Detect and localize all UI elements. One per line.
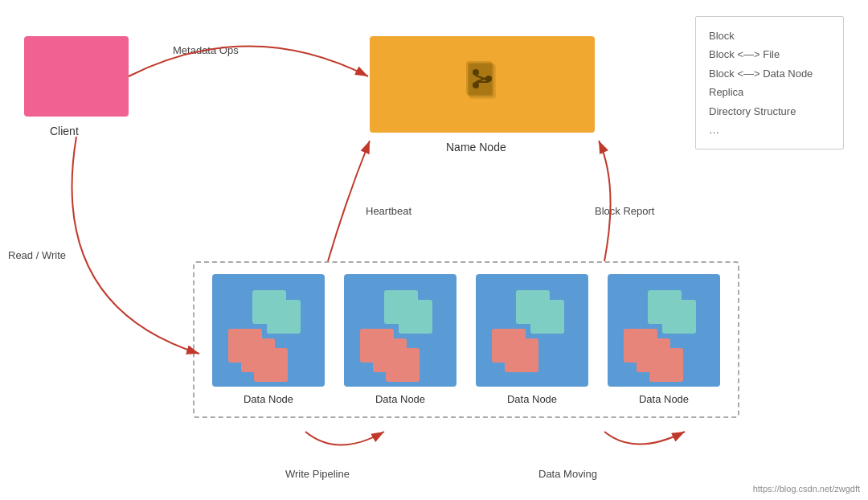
datanodes-container: Data Node Data Node Data Node — [193, 261, 739, 418]
datanode-wrapper-3: Data Node — [476, 274, 588, 405]
client-box — [24, 36, 129, 117]
data-moving-label: Data Moving — [538, 468, 597, 480]
datanode-box-3 — [476, 274, 588, 387]
legend-item-directory: Directory Structure — [709, 102, 830, 121]
legend-item-block-file: Block <—> File — [709, 45, 830, 64]
block-report-label: Block Report — [595, 205, 654, 217]
block-green — [399, 300, 432, 334]
blocks-group-4 — [624, 290, 704, 371]
legend-item-replica: Replica — [709, 83, 830, 101]
blocks-group-2 — [360, 290, 440, 371]
svg-point-3 — [473, 82, 479, 88]
datanode-label-4: Data Node — [639, 393, 689, 405]
datanode-box-1 — [212, 274, 325, 387]
read-write-label: Read / Write — [8, 249, 66, 261]
legend-item-more: … — [709, 121, 830, 139]
block-pink — [386, 348, 420, 382]
legend-box: Block Block <—> File Block <—> Data Node… — [695, 16, 844, 150]
block-green — [662, 300, 696, 334]
block-pink — [254, 348, 288, 382]
client-label: Client — [50, 125, 79, 137]
legend-item-block-datanode: Block <—> Data Node — [709, 64, 830, 83]
block-green — [267, 300, 301, 334]
blocks-group-3 — [492, 290, 572, 371]
datanode-box-4 — [608, 274, 720, 387]
datanode-wrapper-1: Data Node — [212, 274, 325, 405]
datanode-label-3: Data Node — [507, 393, 557, 405]
heartbeat-label: Heartbeat — [366, 205, 411, 217]
namenode-box — [370, 36, 595, 133]
datanode-wrapper-4: Data Node — [608, 274, 720, 405]
legend-item-block: Block — [709, 27, 830, 45]
write-pipeline-label: Write Pipeline — [285, 468, 350, 480]
blocks-group-1 — [228, 290, 309, 371]
svg-point-5 — [473, 69, 479, 76]
block-pink — [649, 348, 683, 382]
block-pink — [505, 338, 538, 372]
metadata-ops-label: Metadata Ops — [173, 44, 239, 56]
watermark: https://blog.csdn.net/zwgdft — [753, 484, 860, 494]
block-green — [530, 300, 564, 334]
namenode-label: Name Node — [446, 141, 506, 154]
namenode-icon — [460, 58, 505, 112]
datanode-box-2 — [344, 274, 457, 387]
datanode-label-1: Data Node — [244, 393, 293, 405]
datanode-label-2: Data Node — [375, 393, 425, 405]
datanode-wrapper-2: Data Node — [344, 274, 457, 405]
